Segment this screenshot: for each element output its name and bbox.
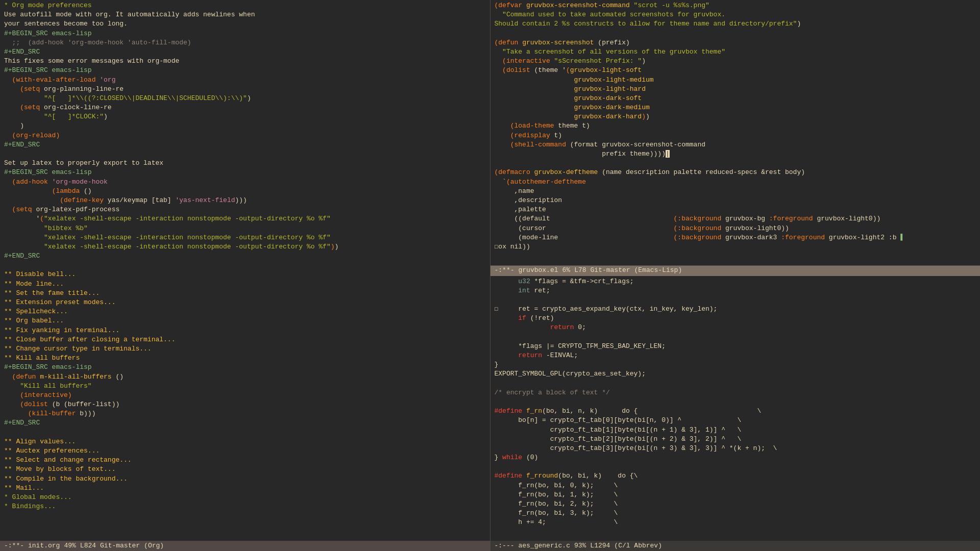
left-status-percent: 49%	[64, 541, 76, 550]
right-pane: (defvar gruvbox-screenshot-command "scro…	[491, 0, 981, 551]
right-status-bottom-line: L1294	[590, 541, 610, 550]
right-status-top-major-mode: (Emacs-Lisp)	[634, 266, 682, 275]
left-status-mode: -:**-	[4, 541, 24, 550]
right-status-top-vc: Git-master	[591, 266, 630, 275]
right-code-top[interactable]: (defvar gruvbox-screenshot-command "scro…	[491, 0, 981, 266]
right-status-bar-bottom: -:--- aes_generic.c 93% L1294 (C/l Abbre…	[491, 541, 981, 551]
left-status-line: L824	[80, 541, 96, 550]
right-status-top-mode: -:**-	[495, 266, 514, 275]
right-status-bottom-major-mode: (C/l Abbrev)	[614, 541, 662, 550]
right-status-bottom-mode: -:---	[495, 541, 514, 550]
left-pane: * Org mode preferences Use autofill mode…	[0, 0, 491, 551]
right-status-top-file: gruvbox.el	[519, 266, 558, 275]
editor-container: * Org mode preferences Use autofill mode…	[0, 0, 980, 551]
right-status-bar-top: -:**- gruvbox.el 6% L78 Git-master (Emac…	[491, 266, 981, 276]
left-status-file: init.org	[28, 541, 60, 550]
left-status-vc: Git-master	[100, 541, 140, 550]
right-code-bottom[interactable]: u32 *flags = &tfm->crt_flags; int ret; ☐…	[491, 276, 981, 541]
right-status-top-percent: 6%	[562, 266, 571, 275]
left-code-area[interactable]: * Org mode preferences Use autofill mode…	[0, 0, 490, 541]
left-status-bar: -:**- init.org 49% L824 Git-master (Org)	[0, 541, 490, 551]
right-status-bottom-percent: 93%	[574, 541, 586, 550]
right-status-bottom-file: aes_generic.c	[519, 541, 570, 550]
right-status-top-line: L78	[574, 266, 586, 275]
left-status-major-mode: (Org)	[144, 541, 164, 550]
